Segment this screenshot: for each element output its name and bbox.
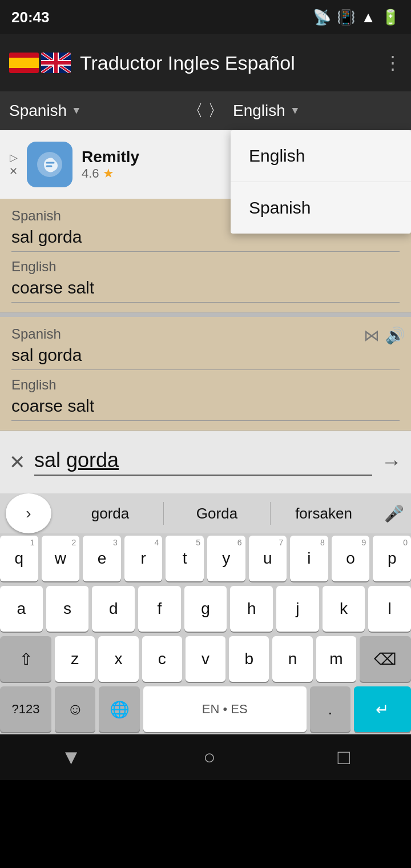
keyboard-row-4: ?123 ☺ 🌐 EN • ES . ↵ (0, 684, 411, 734)
key-enter[interactable]: ↵ (354, 686, 411, 732)
wifi-icon: ▲ (361, 9, 376, 26)
key-emoji[interactable]: ☺ (55, 686, 95, 732)
key-l[interactable]: l (368, 586, 411, 632)
card2-source-text: sal gorda (11, 345, 400, 370)
key-v[interactable]: v (186, 636, 225, 682)
card-separator (0, 312, 411, 317)
search-bar: ✕ sal gorda → (0, 431, 411, 493)
swap-languages-button[interactable]: 〈 〉 (178, 100, 233, 122)
key-c[interactable]: c (142, 636, 182, 682)
language-dropdown: English Spanish (231, 130, 411, 234)
target-language-selector[interactable]: English (233, 102, 402, 120)
key-y[interactable]: 6y (207, 536, 245, 581)
key-backspace[interactable]: ⌫ (360, 636, 411, 682)
card1-target-text: coarse salt (11, 278, 400, 303)
source-language-selector[interactable]: Spanish (9, 102, 178, 120)
nav-back-button[interactable]: ▼ (61, 745, 82, 769)
dropdown-item-spanish[interactable]: Spanish (231, 182, 411, 234)
autocomplete-expand-button[interactable]: › (6, 493, 51, 533)
language-bar: Spanish 〈 〉 English (0, 91, 411, 130)
key-p[interactable]: 0p (373, 536, 411, 581)
key-w[interactable]: 2w (42, 536, 80, 581)
time: 20:43 (11, 9, 50, 26)
keyboard: › gorda Gorda forsaken 🎤 1q 2w 3e 4r 5t … (0, 493, 411, 734)
status-bar: 20:43 📡 📳 ▲ 🔋 (0, 0, 411, 34)
search-input[interactable]: sal gorda (34, 448, 372, 472)
more-options-icon[interactable]: ⋮ (384, 52, 402, 74)
key-h[interactable]: h (230, 586, 273, 632)
key-d[interactable]: d (92, 586, 135, 632)
nav-recent-button[interactable]: □ (337, 745, 350, 769)
ad-indicator: ▷ ✕ (9, 151, 18, 178)
key-u[interactable]: 7u (249, 536, 287, 581)
microphone-icon[interactable]: 🎤 (377, 504, 411, 523)
svg-rect-1 (9, 58, 39, 68)
key-q[interactable]: 1q (0, 536, 38, 581)
keyboard-row-2: a s d f g h j k l (0, 584, 411, 634)
spanish-flag (9, 53, 39, 73)
key-k[interactable]: k (323, 586, 365, 632)
keyboard-row-1: 1q 2w 3e 4r 5t 6y 7u 8i 9o 0p (0, 533, 411, 584)
key-e[interactable]: 3e (83, 536, 121, 581)
key-i[interactable]: 8i (290, 536, 328, 581)
flag-container (9, 53, 71, 73)
key-j[interactable]: j (276, 586, 319, 632)
nav-home-button[interactable]: ○ (203, 745, 216, 769)
vibrate-icon: 📳 (337, 9, 355, 26)
key-z[interactable]: z (55, 636, 95, 682)
card2-source-lang: Spanish (11, 326, 400, 342)
search-close-button[interactable]: ✕ (9, 451, 25, 473)
key-shift[interactable]: ⇧ (0, 636, 51, 682)
ad-triangle-icon: ▷ (10, 151, 18, 164)
key-r[interactable]: 4r (124, 536, 163, 581)
key-nums[interactable]: ?123 (0, 686, 51, 732)
key-n[interactable]: n (272, 636, 312, 682)
autocomplete-suggestion-2[interactable]: Gorda (164, 505, 270, 523)
share-icon-2[interactable]: ⋈ (364, 326, 380, 345)
app-title: Traductor Ingles Español (80, 52, 374, 74)
key-s[interactable]: s (46, 586, 89, 632)
card2-actions: ⋈ 🔊 (364, 326, 405, 345)
star-icon: ★ (103, 166, 114, 181)
dropdown-item-english[interactable]: English (231, 130, 411, 182)
bottom-nav: ▼ ○ □ (0, 734, 411, 780)
app-bar: Traductor Ingles Español ⋮ (0, 34, 411, 91)
key-x[interactable]: x (98, 636, 138, 682)
translation-card-2: Spanish sal gorda English coarse salt ⋈ … (0, 317, 411, 431)
key-f[interactable]: f (138, 586, 181, 632)
ad-app-icon (27, 142, 72, 187)
card2-target-lang: English (11, 377, 400, 393)
autocomplete-suggestion-1[interactable]: gorda (57, 505, 163, 523)
key-b[interactable]: b (229, 636, 269, 682)
battery-icon: 🔋 (381, 9, 400, 26)
key-o[interactable]: 9o (332, 536, 370, 581)
key-globe[interactable]: 🌐 (99, 686, 139, 732)
speaker-icon-2[interactable]: 🔊 (385, 326, 405, 345)
key-period[interactable]: . (310, 686, 350, 732)
svg-rect-10 (41, 61, 71, 65)
card2-target-text: coarse salt (11, 396, 400, 421)
card1-target-lang: English (11, 259, 400, 275)
key-a[interactable]: a (0, 586, 43, 632)
autocomplete-row: › gorda Gorda forsaken 🎤 (0, 493, 411, 533)
cast-icon: 📡 (313, 9, 331, 26)
ad-close-icon[interactable]: ✕ (9, 165, 18, 178)
key-g[interactable]: g (184, 586, 227, 632)
key-space[interactable]: EN • ES (143, 686, 307, 732)
keyboard-row-3: ⇧ z x c v b n m ⌫ (0, 634, 411, 684)
autocomplete-suggestion-3[interactable]: forsaken (271, 505, 377, 523)
key-t[interactable]: 5t (166, 536, 204, 581)
search-submit-button[interactable]: → (381, 450, 402, 474)
status-icons: 📡 📳 ▲ 🔋 (313, 9, 400, 26)
uk-flag (41, 53, 71, 73)
search-input-container: sal gorda (34, 448, 372, 476)
key-m[interactable]: m (316, 636, 356, 682)
